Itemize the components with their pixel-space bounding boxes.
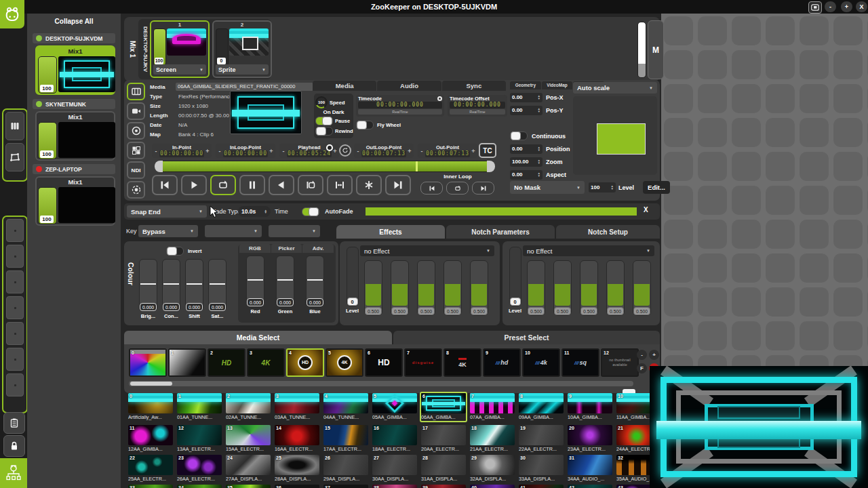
media-grid-item[interactable]: 41 (517, 483, 565, 488)
media-grid-item[interactable]: 6 06AA_GIMBA... (420, 392, 467, 422)
close-button[interactable]: X (856, 1, 867, 12)
point-value[interactable]: 00:00:07:13 (361, 150, 406, 157)
media-grid-item[interactable]: 17 20AA_ELECTR... (420, 424, 467, 454)
bank-item[interactable]: 7 disguise (404, 348, 442, 377)
layer-cell[interactable]: 2 0 Sprite (212, 20, 272, 78)
continuous-toggle[interactable] (510, 131, 528, 140)
point-plus-button[interactable] (471, 148, 475, 155)
media-grid-item[interactable]: 23 26AA_ELECTR... (176, 453, 223, 484)
pinboard-page-button[interactable] (6, 270, 24, 293)
media-grid-item[interactable]: 16 18AA_ELECTR... (371, 424, 418, 454)
media-grid-item[interactable]: 5 05AA_GIMBA... (371, 392, 418, 422)
bank-item[interactable]: 1 (168, 348, 206, 377)
mask-level-spinner[interactable]: 100 (589, 182, 616, 192)
geometry-preview-rect[interactable] (597, 123, 646, 155)
tab-notch-parameters[interactable]: Notch Parameters (446, 225, 555, 239)
timeline[interactable] (155, 161, 495, 172)
media-grid-item[interactable]: 4 04AA_TUNNE... (322, 392, 370, 422)
stepper-icon[interactable] (538, 95, 540, 100)
point-value[interactable]: 00:00:07:13 (425, 150, 470, 157)
bank-item[interactable]: 11 sq (561, 348, 599, 377)
point-plus-button[interactable] (205, 148, 210, 155)
loop-play-button[interactable] (210, 175, 236, 195)
point-minus-button[interactable] (356, 148, 360, 155)
media-grid-item[interactable]: 19 22AA_ELECTR... (517, 424, 565, 454)
skip-start-button[interactable] (152, 175, 178, 195)
media-grid-item[interactable]: 12 13AA_ELECTR... (176, 424, 223, 454)
key-mode-dropdown[interactable]: Bypass (138, 225, 198, 237)
geometry-tab[interactable]: VideoMap (542, 81, 573, 89)
timecode-mode[interactable]: RealTime (358, 109, 442, 115)
stepper-icon[interactable] (264, 209, 267, 214)
point-minus-button[interactable] (420, 148, 424, 155)
bank-item[interactable]: 3 4K (247, 348, 285, 377)
maximize-button[interactable]: + (841, 1, 852, 12)
inner-loop-start-button[interactable] (420, 182, 443, 195)
inner-loop-button[interactable] (446, 182, 469, 195)
media-grid-item[interactable]: 2 02AA_TUNNE... (224, 392, 272, 422)
tab-preset-select[interactable]: Preset Select (393, 331, 660, 344)
colour-slider[interactable]: 0.000 Shift (185, 259, 203, 319)
media-grid-item[interactable]: 31 34AA_AUDIO_... (566, 453, 614, 484)
host-pill[interactable]: ZEP-LAPTOP (33, 164, 115, 174)
bank-item[interactable]: 6 HD (365, 348, 403, 377)
minimize-button[interactable]: - (825, 1, 836, 12)
mix-master-fader[interactable] (637, 22, 646, 78)
colour-slider[interactable]: 0.000 Brig... (139, 259, 157, 319)
flywheel-toggle[interactable] (356, 121, 374, 129)
play-reverse-button[interactable] (269, 175, 294, 195)
media-grid-item[interactable]: 9 10AA_GIMBA... (566, 392, 614, 422)
media-grid-item[interactable]: 40 (469, 483, 516, 488)
mix-level-fader[interactable]: 100 (38, 56, 57, 94)
effect-param-slider[interactable]: 0.500 (391, 260, 409, 316)
autofade-bar[interactable] (366, 207, 637, 216)
bank-f-button[interactable]: F (637, 363, 647, 373)
pinboard-page-button[interactable] (6, 245, 24, 268)
media-grid-item[interactable]: 30 33AA_DISPLA... (517, 453, 565, 484)
mask-edit-button[interactable]: Edit... (643, 181, 670, 194)
point-value[interactable]: 00:00:00:00 (223, 150, 268, 157)
point-value[interactable]: 00:00:05:24 (287, 150, 332, 157)
point-plus-button[interactable] (333, 148, 337, 155)
autoscale-dropdown[interactable]: Auto scale (573, 82, 657, 94)
media-tab[interactable]: Sync (442, 81, 506, 91)
effect-preset-dropdown[interactable]: no Effect (360, 245, 494, 256)
media-grid-item[interactable]: 33 (127, 483, 174, 488)
fade-close-button[interactable]: X (644, 206, 648, 214)
tab-media-select[interactable]: Media Select (124, 331, 392, 344)
stepper-icon[interactable] (538, 159, 540, 164)
jog-speed-button[interactable] (339, 144, 351, 157)
colour-slider[interactable]: 0.000 Sat... (208, 259, 226, 319)
effect-param-slider[interactable]: 0.500 (633, 260, 651, 316)
mixes-view-button[interactable] (5, 112, 24, 140)
effect-level-slider[interactable]: 0 Level (343, 247, 361, 314)
media-grid-item[interactable]: 34 (176, 483, 223, 488)
fade-time-spinner[interactable]: 10.0s (238, 206, 271, 217)
media-grid-item[interactable]: 28 31AA_DISPLA... (420, 453, 467, 484)
point-value[interactable]: 00:00:00:00 (159, 150, 204, 157)
media-grid-item[interactable]: 13 15AA_ELECTR... (224, 424, 272, 454)
mix-block[interactable]: Mix1 100 (35, 111, 115, 161)
stepper-icon[interactable] (538, 172, 540, 177)
hipponet-button[interactable] (0, 458, 27, 488)
notes-button[interactable] (3, 412, 25, 434)
geometry-tab[interactable]: Geometry (510, 81, 541, 89)
play-button[interactable] (181, 175, 207, 195)
timeline-bar[interactable] (163, 161, 487, 171)
pinboard-page-button[interactable] (6, 348, 24, 371)
point-minus-button[interactable] (218, 148, 222, 155)
timecode-indicator[interactable] (437, 96, 442, 101)
bank-item[interactable]: 8 4K (443, 348, 481, 377)
host-pill[interactable]: SKYNETMUNK (33, 99, 115, 109)
point-plus-button[interactable] (408, 148, 412, 155)
geometry-value-spinner[interactable]: 0.00 (510, 93, 542, 102)
mix-level-fader[interactable]: 100 (38, 122, 57, 159)
media-grid-item[interactable]: 25 28AA_DISPLA... (273, 453, 321, 484)
rgb-slider[interactable]: 0.000 Green (276, 256, 294, 314)
mix-block[interactable]: Mix1 100 (35, 176, 115, 226)
lock-button[interactable] (3, 435, 25, 457)
timeline-playhead[interactable] (416, 161, 418, 171)
media-grid-item[interactable]: 3 03AA_TUNNE... (273, 392, 321, 422)
media-grid-item[interactable]: 15 17AA_ELECTR... (322, 424, 370, 454)
loop-section-button[interactable] (298, 175, 323, 195)
